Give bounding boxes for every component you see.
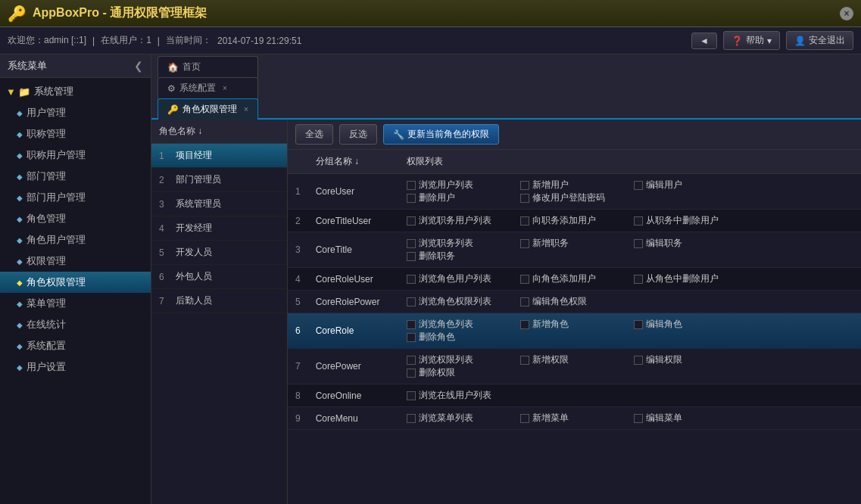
perm-group-row: 3CoreTitle浏览职务列表新增职务编辑职务删除职务 bbox=[288, 232, 861, 268]
close-button[interactable]: × bbox=[840, 7, 853, 20]
role-item-2[interactable]: 3系统管理员 bbox=[151, 192, 287, 216]
perm-item: 浏览菜单列表 bbox=[407, 412, 505, 425]
perm-item: 编辑角色 bbox=[634, 318, 732, 331]
sidebar-item-0[interactable]: ◆用户管理 bbox=[0, 102, 151, 123]
perm-item: 编辑权限 bbox=[634, 353, 732, 366]
perm-checkbox[interactable] bbox=[634, 239, 643, 248]
perm-checkbox[interactable] bbox=[407, 181, 416, 190]
perm-item: 编辑菜单 bbox=[634, 412, 732, 425]
perm-checkbox[interactable] bbox=[407, 414, 416, 423]
perm-row-list: 浏览角色用户列表向角色添加用户从角色中删除用户 bbox=[407, 272, 853, 285]
perm-label: 新增权限 bbox=[532, 353, 569, 366]
select-all-button[interactable]: 全选 bbox=[295, 124, 333, 145]
perm-checkbox[interactable] bbox=[520, 239, 529, 248]
folder-icon: ▼ 📁 bbox=[6, 86, 30, 98]
perm-label: 浏览在线用户列表 bbox=[419, 389, 491, 402]
group-name: CoreRolePower bbox=[308, 291, 399, 313]
tab-close-icon[interactable]: × bbox=[244, 105, 248, 114]
perm-label: 浏览权限列表 bbox=[419, 353, 473, 366]
perm-checkbox[interactable] bbox=[634, 216, 643, 226]
perm-label: 从角色中删除用户 bbox=[646, 272, 719, 285]
sidebar-item-9[interactable]: ◆菜单管理 bbox=[0, 293, 151, 314]
group-num: 3 bbox=[288, 232, 308, 268]
group-name: CorePower bbox=[308, 349, 399, 384]
main-layout: 系统菜单 ❮ ▼ 📁 系统管理 ◆用户管理◆职称管理◆职称用户管理◆部门管理◆部… bbox=[0, 54, 861, 504]
sidebar-collapse-icon[interactable]: ❮ bbox=[134, 60, 143, 72]
sidebar-item-4[interactable]: ◆部门用户管理 bbox=[0, 187, 151, 208]
sidebar-item-2[interactable]: ◆职称用户管理 bbox=[0, 145, 151, 166]
perm-checkbox[interactable] bbox=[520, 297, 529, 306]
group-name: CoreTitle bbox=[308, 232, 399, 268]
perm-item: 浏览用户列表 bbox=[407, 179, 505, 191]
sidebar-item-1[interactable]: ◆职称管理 bbox=[0, 123, 151, 145]
role-item-5[interactable]: 6外包人员 bbox=[151, 265, 287, 289]
diamond-icon: ◆ bbox=[17, 109, 23, 117]
perm-label: 编辑权限 bbox=[646, 353, 682, 366]
update-perms-button[interactable]: 🔧 更新当前角色的权限 bbox=[383, 124, 499, 145]
sidebar-item-10[interactable]: ◆在线统计 bbox=[0, 314, 151, 335]
diamond-icon: ◆ bbox=[17, 257, 23, 266]
tab-角色权限管理[interactable]: 🔑角色权限管理× bbox=[158, 98, 258, 120]
sidebar-item-6[interactable]: ◆角色用户管理 bbox=[0, 229, 151, 250]
group-name: CoreRoleUser bbox=[308, 268, 399, 291]
perm-checkbox[interactable] bbox=[520, 181, 529, 190]
perm-label: 编辑菜单 bbox=[646, 412, 682, 425]
perm-checkbox[interactable] bbox=[520, 216, 529, 226]
back-button[interactable]: ◄ bbox=[691, 33, 717, 49]
perm-table-container[interactable]: 分组名称 ↓ 权限列表 1CoreUser浏览用户列表新增用户编辑用户删除用户修… bbox=[288, 150, 861, 504]
perm-checkbox[interactable] bbox=[520, 320, 529, 329]
role-item-6[interactable]: 7后勤人员 bbox=[151, 289, 287, 313]
perm-checkbox[interactable] bbox=[407, 333, 416, 342]
perm-checkbox[interactable] bbox=[407, 356, 416, 365]
role-item-1[interactable]: 2部门管理员 bbox=[151, 168, 287, 192]
perm-checkbox[interactable] bbox=[634, 181, 643, 190]
perm-checkbox[interactable] bbox=[634, 320, 643, 329]
sidebar-item-label: 角色用户管理 bbox=[27, 233, 86, 247]
sidebar-group-header[interactable]: ▼ 📁 系统管理 bbox=[0, 81, 151, 102]
perm-item: 删除职务 bbox=[407, 250, 505, 263]
role-num: 7 bbox=[159, 296, 170, 306]
sidebar-item-11[interactable]: ◆系统配置 bbox=[0, 335, 151, 356]
perm-checkbox[interactable] bbox=[634, 275, 643, 284]
sidebar-item-8[interactable]: ◆角色权限管理 bbox=[0, 272, 151, 293]
perm-checkbox[interactable] bbox=[407, 320, 416, 329]
sidebar-item-5[interactable]: ◆角色管理 bbox=[0, 208, 151, 229]
perm-item: 修改用户登陆密码 bbox=[520, 191, 619, 204]
tab-首页[interactable]: 🏠首页 bbox=[158, 56, 258, 77]
perm-row-list: 浏览用户列表新增用户编辑用户 bbox=[407, 179, 853, 191]
logout-button[interactable]: 👤 安全退出 bbox=[786, 31, 853, 50]
perm-checkbox[interactable] bbox=[407, 275, 416, 284]
role-item-0[interactable]: 1项目经理 bbox=[151, 144, 287, 168]
perm-checkbox[interactable] bbox=[634, 414, 643, 423]
perm-checkbox[interactable] bbox=[407, 369, 416, 378]
sidebar-item-3[interactable]: ◆部门管理 bbox=[0, 166, 151, 187]
perm-checkbox[interactable] bbox=[407, 239, 416, 248]
perm-checkbox[interactable] bbox=[407, 297, 416, 306]
group-num: 7 bbox=[288, 349, 308, 384]
perm-label: 向角色添加用户 bbox=[532, 272, 596, 285]
perm-checkbox[interactable] bbox=[520, 275, 529, 284]
perm-item: 向职务添加用户 bbox=[520, 214, 619, 227]
sidebar-item-12[interactable]: ◆用户设置 bbox=[0, 356, 151, 378]
perm-checkbox[interactable] bbox=[634, 356, 643, 365]
invert-selection-button[interactable]: 反选 bbox=[339, 124, 377, 145]
perm-checkbox[interactable] bbox=[520, 356, 529, 365]
perm-checkbox[interactable] bbox=[520, 414, 529, 423]
title-bar: 🔑 AppBoxPro - 通用权限管理框架 × bbox=[0, 0, 861, 27]
group-num: 1 bbox=[288, 174, 308, 210]
perm-checkbox[interactable] bbox=[407, 391, 416, 400]
perm-label: 编辑用户 bbox=[646, 179, 682, 191]
sidebar-item-7[interactable]: ◆权限管理 bbox=[0, 250, 151, 272]
key-icon: 🔑 bbox=[167, 104, 179, 115]
sidebar-item-label: 部门管理 bbox=[27, 170, 66, 183]
perm-checkbox[interactable] bbox=[407, 216, 416, 226]
help-button[interactable]: ❓ 帮助 ▾ bbox=[723, 31, 780, 50]
tab-系统配置[interactable]: ⚙系统配置× bbox=[158, 77, 258, 98]
role-item-4[interactable]: 5开发人员 bbox=[151, 241, 287, 265]
perm-checkbox[interactable] bbox=[407, 252, 416, 261]
perm-checkbox[interactable] bbox=[520, 194, 529, 203]
tab-close-icon[interactable]: × bbox=[223, 84, 227, 92]
tab-bar: 🏠首页⚙系统配置×🔑角色权限管理× bbox=[151, 54, 861, 120]
perm-checkbox[interactable] bbox=[407, 194, 416, 203]
role-item-3[interactable]: 4开发经理 bbox=[151, 216, 287, 241]
